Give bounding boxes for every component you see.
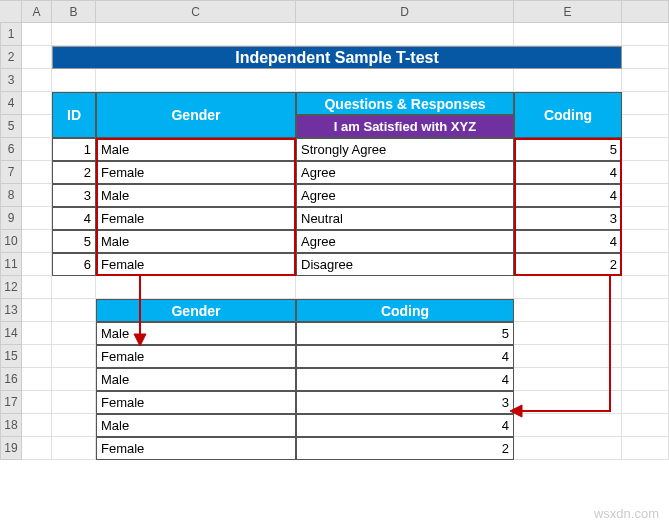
cell-C7[interactable]: Female [96, 161, 296, 184]
cell-E10[interactable]: 4 [514, 230, 622, 253]
cell-D19[interactable]: 2 [296, 437, 514, 460]
cell-C17[interactable]: Female [96, 391, 296, 414]
cell-B18[interactable] [52, 414, 96, 437]
cell-E18[interactable] [514, 414, 622, 437]
row-header-10[interactable]: 10 [0, 230, 22, 253]
cell-C18[interactable]: Male [96, 414, 296, 437]
cell-A16[interactable] [22, 368, 52, 391]
cell-D11[interactable]: Disagree [296, 253, 514, 276]
title-cell[interactable]: Independent Sample T-test [52, 46, 622, 69]
cell-A8[interactable] [22, 184, 52, 207]
cell-D3[interactable] [296, 69, 514, 92]
cell-F6[interactable] [622, 138, 669, 161]
cell-D8[interactable]: Agree [296, 184, 514, 207]
cell-A4[interactable] [22, 92, 52, 115]
row-header-8[interactable]: 8 [0, 184, 22, 207]
cell-F10[interactable] [622, 230, 669, 253]
cell-F1[interactable] [622, 23, 669, 46]
cell-A18[interactable] [22, 414, 52, 437]
cell-C10[interactable]: Male [96, 230, 296, 253]
header-coding[interactable]: Coding [514, 92, 622, 138]
cell-B1[interactable] [52, 23, 96, 46]
col-header-C[interactable]: C [96, 0, 296, 23]
cell-C19[interactable]: Female [96, 437, 296, 460]
cell-A17[interactable] [22, 391, 52, 414]
cell-C3[interactable] [96, 69, 296, 92]
cell-D18[interactable]: 4 [296, 414, 514, 437]
row-header-19[interactable]: 19 [0, 437, 22, 460]
row-header-2[interactable]: 2 [0, 46, 22, 69]
cell-B16[interactable] [52, 368, 96, 391]
cell-A15[interactable] [22, 345, 52, 368]
col-header-E[interactable]: E [514, 0, 622, 23]
cell-E8[interactable]: 4 [514, 184, 622, 207]
cell-E3[interactable] [514, 69, 622, 92]
cell-B7[interactable]: 2 [52, 161, 96, 184]
cell-C8[interactable]: Male [96, 184, 296, 207]
cell-F7[interactable] [622, 161, 669, 184]
cell-D7[interactable]: Agree [296, 161, 514, 184]
cell-C16[interactable]: Male [96, 368, 296, 391]
cell-D9[interactable]: Neutral [296, 207, 514, 230]
cell-E14[interactable] [514, 322, 622, 345]
row-header-14[interactable]: 14 [0, 322, 22, 345]
cell-B6[interactable]: 1 [52, 138, 96, 161]
cell-A10[interactable] [22, 230, 52, 253]
row-header-18[interactable]: 18 [0, 414, 22, 437]
cell-D10[interactable]: Agree [296, 230, 514, 253]
cell-E11[interactable]: 2 [514, 253, 622, 276]
cell-F11[interactable] [622, 253, 669, 276]
header-satisfied[interactable]: I am Satisfied with XYZ [296, 115, 514, 138]
row-header-3[interactable]: 3 [0, 69, 22, 92]
col-header-A[interactable]: A [22, 0, 52, 23]
cell-C15[interactable]: Female [96, 345, 296, 368]
row-header-13[interactable]: 13 [0, 299, 22, 322]
header2-gender[interactable]: Gender [96, 299, 296, 322]
cell-A5[interactable] [22, 115, 52, 138]
cell-E6[interactable]: 5 [514, 138, 622, 161]
cell-E17[interactable] [514, 391, 622, 414]
cell-A19[interactable] [22, 437, 52, 460]
row-header-12[interactable]: 12 [0, 276, 22, 299]
header-gender[interactable]: Gender [96, 92, 296, 138]
row-header-17[interactable]: 17 [0, 391, 22, 414]
row-header-16[interactable]: 16 [0, 368, 22, 391]
cell-F12[interactable] [622, 276, 669, 299]
cell-B13[interactable] [52, 299, 96, 322]
cell-B8[interactable]: 3 [52, 184, 96, 207]
cell-E15[interactable] [514, 345, 622, 368]
cell-C11[interactable]: Female [96, 253, 296, 276]
cell-B11[interactable]: 6 [52, 253, 96, 276]
cell-A9[interactable] [22, 207, 52, 230]
cell-C6[interactable]: Male [96, 138, 296, 161]
cell-F16[interactable] [622, 368, 669, 391]
cell-F14[interactable] [622, 322, 669, 345]
cell-F8[interactable] [622, 184, 669, 207]
col-header-B[interactable]: B [52, 0, 96, 23]
select-all-corner[interactable] [0, 0, 22, 23]
cell-E12[interactable] [514, 276, 622, 299]
row-header-6[interactable]: 6 [0, 138, 22, 161]
cell-D15[interactable]: 4 [296, 345, 514, 368]
header-questions[interactable]: Questions & Responses [296, 92, 514, 115]
cell-E1[interactable] [514, 23, 622, 46]
col-header-D[interactable]: D [296, 0, 514, 23]
cell-A12[interactable] [22, 276, 52, 299]
cell-F19[interactable] [622, 437, 669, 460]
cell-B3[interactable] [52, 69, 96, 92]
cell-C12[interactable] [96, 276, 296, 299]
cell-B19[interactable] [52, 437, 96, 460]
cell-A14[interactable] [22, 322, 52, 345]
header-id[interactable]: ID [52, 92, 96, 138]
cell-D16[interactable]: 4 [296, 368, 514, 391]
row-header-9[interactable]: 9 [0, 207, 22, 230]
cell-B10[interactable]: 5 [52, 230, 96, 253]
row-header-1[interactable]: 1 [0, 23, 22, 46]
cell-C9[interactable]: Female [96, 207, 296, 230]
row-header-11[interactable]: 11 [0, 253, 22, 276]
cell-D14[interactable]: 5 [296, 322, 514, 345]
row-header-7[interactable]: 7 [0, 161, 22, 184]
cell-B9[interactable]: 4 [52, 207, 96, 230]
cell-A7[interactable] [22, 161, 52, 184]
cell-A6[interactable] [22, 138, 52, 161]
